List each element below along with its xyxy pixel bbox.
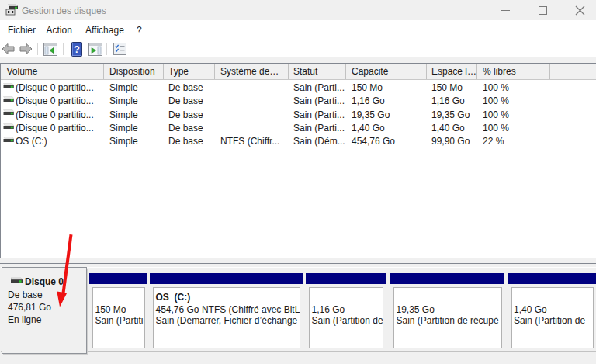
svg-text:?: ? xyxy=(74,43,80,55)
